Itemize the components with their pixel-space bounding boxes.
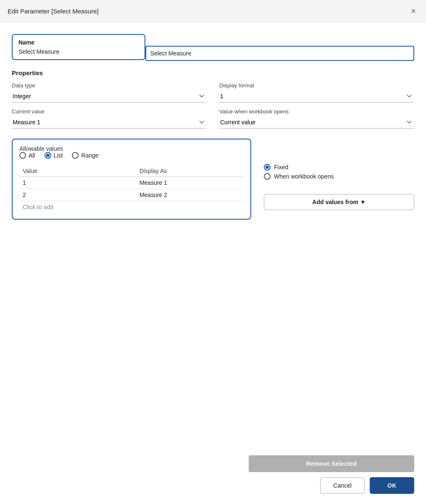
table-row-add[interactable]: Click to add (19, 201, 244, 213)
current-value-label: Current value (12, 108, 207, 115)
radio-list[interactable]: List (45, 152, 63, 159)
row2-display: Measure 2 (136, 189, 244, 201)
radio-when-opens[interactable]: When workbook opens (264, 173, 414, 180)
right-panel: Fixed When workbook opens Add values fro… (264, 139, 414, 220)
radio-fixed-circle (264, 164, 271, 171)
name-section: Name (12, 34, 414, 61)
row2-value: 2 (19, 189, 136, 201)
data-type-group: Data type Integer (12, 82, 207, 102)
radio-fixed[interactable]: Fixed (264, 164, 414, 171)
value-when-opens-label: Value when workbook opens (219, 108, 414, 115)
name-input-full[interactable] (145, 46, 414, 61)
radio-range-label: Range (81, 152, 98, 159)
table-row: 1 Measure 1 (19, 177, 244, 189)
radio-range-circle (72, 152, 79, 159)
allowable-values-box: Allowable values All List Ra (12, 139, 251, 220)
allowable-section: Allowable values All List Ra (12, 139, 414, 220)
dialog-footer: Remove Selected Cancel OK (0, 448, 426, 504)
display-format-label: Display format (219, 82, 414, 89)
name-label: Name (18, 39, 139, 46)
radio-range[interactable]: Range (72, 152, 98, 159)
name-input[interactable] (18, 48, 139, 55)
row1-display: Measure 1 (136, 177, 244, 189)
radio-when-opens-label: When workbook opens (274, 173, 334, 180)
close-button[interactable]: × (408, 6, 418, 16)
data-type-label: Data type (12, 82, 207, 89)
current-value-select[interactable]: Measure 1 Measure 2 (12, 116, 207, 129)
radio-when-opens-circle (264, 173, 271, 180)
dialog-title: Edit Parameter [Select Measure] (8, 8, 99, 15)
col-value-header: Value (19, 165, 136, 177)
display-format-group: Display format 1 (219, 82, 414, 102)
table-row: 2 Measure 2 (19, 189, 244, 201)
allowable-values-title: Allowable values (19, 145, 63, 152)
current-value-group: Current value Measure 1 Measure 2 (12, 108, 207, 129)
fixed-radio-group: Fixed When workbook opens (264, 164, 414, 181)
radio-fixed-label: Fixed (274, 164, 288, 171)
data-type-select[interactable]: Integer (12, 90, 207, 102)
dialog-titlebar: Edit Parameter [Select Measure] × (0, 0, 426, 22)
properties-grid: Data type Integer Display format 1 Curre… (12, 82, 414, 129)
radio-list-circle (45, 152, 51, 159)
value-when-opens-select[interactable]: Current value Fixed value (219, 116, 414, 129)
radio-all-circle (19, 152, 26, 159)
values-table: Value Display As 1 Measure 1 2 Measure 2 (19, 165, 244, 213)
properties-label: Properties (12, 69, 414, 76)
add-values-from-button[interactable]: Add values from ▼ (264, 194, 414, 210)
col-display-header: Display As (136, 165, 244, 177)
display-format-select[interactable]: 1 (219, 90, 414, 102)
value-when-opens-group: Value when workbook opens Current value … (219, 108, 414, 129)
radio-all-label: All (29, 152, 35, 159)
cancel-button[interactable]: Cancel (320, 478, 365, 494)
name-box: Name (12, 34, 145, 60)
dialog-body: Name Properties Data type Integer Displa… (0, 22, 426, 448)
click-to-add[interactable]: Click to add (19, 201, 136, 213)
ok-button[interactable]: OK (370, 477, 414, 494)
radio-list-label: List (54, 152, 63, 159)
edit-parameter-dialog: Edit Parameter [Select Measure] × Name P… (0, 0, 426, 504)
footer-actions: Cancel OK (12, 477, 414, 494)
allowable-radio-row: All List Range (19, 152, 244, 159)
row1-value: 1 (19, 177, 136, 189)
remove-selected-button[interactable]: Remove Selected (249, 455, 414, 472)
radio-all[interactable]: All (19, 152, 35, 159)
